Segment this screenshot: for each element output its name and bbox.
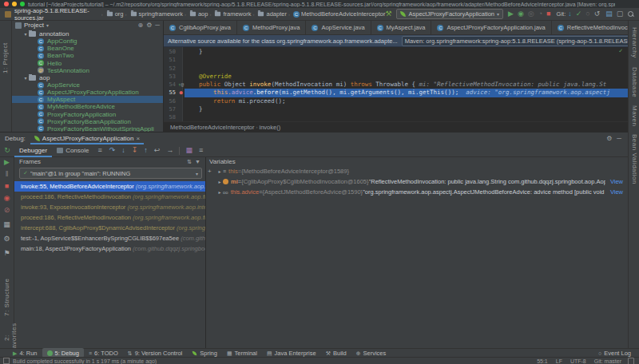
add-watch-icon[interactable]: +: [208, 168, 212, 175]
project-structure-icon[interactable]: ▤: [605, 10, 613, 18]
drop-frame-icon[interactable]: ↩: [154, 147, 161, 154]
close-window-button[interactable]: [4, 2, 9, 6]
background-tasks-icon[interactable]: [3, 358, 10, 364]
caret-position[interactable]: 55:1: [537, 358, 548, 364]
layout-settings-icon[interactable]: ≡: [98, 147, 102, 154]
restore-layout-icon[interactable]: ▢: [617, 10, 624, 18]
breadcrumb-method[interactable]: invoke(): [259, 124, 280, 131]
variable-row-this[interactable]: ▸ ≡ this = {MethodBeforeAdviceIntercepto…: [213, 166, 628, 176]
minimize-window-button[interactable]: [12, 2, 17, 6]
step-into-icon[interactable]: ↓: [121, 147, 125, 154]
readonly-lock-icon[interactable]: [628, 358, 634, 364]
run-to-cursor-icon[interactable]: →: [166, 147, 173, 154]
tool-tab-hierarchy[interactable]: Hierarchy: [631, 27, 638, 64]
tab-methodproxy[interactable]: CMethodProxy.java: [237, 21, 306, 35]
tool-tab-bean-validation[interactable]: Bean Validation: [631, 134, 638, 185]
tab-reflectivemethodinvocation[interactable]: CReflectiveMethodInvocation.java: [552, 21, 639, 35]
settings-icon[interactable]: ⚙: [606, 135, 612, 142]
filter-frames-icon[interactable]: ▼: [195, 158, 200, 165]
thread-dump-icon[interactable]: ▦: [0, 221, 14, 228]
pin-tab-icon[interactable]: ⚑: [0, 250, 14, 257]
tree-node-mymethodbeforeadvice[interactable]: C MyMethodBeforeAdvice: [12, 103, 163, 110]
rollback-icon[interactable]: ↺: [594, 10, 601, 18]
step-over-icon[interactable]: ↷: [109, 147, 116, 154]
tab-cglibaopproxy[interactable]: CCglibAopProxy.java: [164, 21, 237, 35]
expand-icon[interactable]: ▸: [216, 189, 223, 195]
tree-node-beanone[interactable]: C BeanOne: [12, 45, 163, 52]
hide-panel-icon[interactable]: ─: [155, 22, 160, 29]
close-session-icon[interactable]: ×: [137, 135, 141, 142]
tree-node-myaspect-selected[interactable]: C MyAspect: [12, 96, 163, 103]
more-options-icon[interactable]: ≡: [199, 147, 203, 154]
sort-frames-icon[interactable]: ⇅: [187, 158, 192, 165]
project-panel-title[interactable]: Project: [24, 22, 44, 29]
breadcrumb-jar[interactable]: spring-aop-5.1.8.RELEASE-sources.jar: [14, 7, 100, 22]
history-icon[interactable]: ○: [585, 10, 589, 18]
tab-debugger[interactable]: Debugger: [14, 144, 52, 157]
coverage-button[interactable]: ◎: [528, 10, 534, 18]
pause-program-icon[interactable]: ‖: [0, 171, 14, 178]
git-branch[interactable]: Git: master: [594, 358, 621, 364]
hide-panel-icon[interactable]: ─: [617, 135, 621, 142]
git-update-icon[interactable]: ↓: [568, 10, 572, 18]
breadcrumb-adapter[interactable]: adapter: [266, 10, 286, 18]
tab-aopservice[interactable]: CAopService.java: [306, 21, 371, 35]
stop-process-icon[interactable]: ■: [0, 183, 14, 190]
debug-settings-icon[interactable]: ⚙: [0, 235, 14, 243]
tree-node-aop[interactable]: ▾ aop: [12, 74, 163, 81]
expand-icon[interactable]: ▸: [216, 179, 223, 184]
mute-breakpoints-icon[interactable]: ⊘: [0, 207, 14, 214]
view-value-link[interactable]: View: [610, 178, 623, 185]
variable-row-this-advice[interactable]: ▸ oo this.advice = {AspectJMethodBeforeA…: [213, 187, 628, 197]
tab-console[interactable]: Console: [52, 144, 93, 157]
breadcrumb-springframework[interactable]: springframework: [139, 10, 183, 18]
breadcrumb-class[interactable]: MethodBeforeAdviceInterceptor: [170, 124, 254, 131]
tab-myaspect[interactable]: CMyAspect.java: [371, 21, 432, 35]
tool-tab-project[interactable]: 1: Project: [2, 26, 9, 73]
run-configuration-select[interactable]: AspectJProxyFactoryApplication ▾: [396, 9, 503, 19]
tree-node-proxyfactoryapplication[interactable]: C ProxyFactoryApplication: [12, 111, 163, 118]
frame-row-selected[interactable]: invoke:55, MethodBeforeAdviceInterceptor…: [14, 181, 205, 192]
tree-node-testannotation[interactable]: @ TestAnnotation: [12, 67, 163, 74]
breadcrumb-class[interactable]: MethodBeforeAdviceInterceptor: [301, 10, 385, 18]
debug-session-tab[interactable]: AspectJProxyFactoryApplication ×: [30, 133, 144, 144]
tool-tab-maven[interactable]: Maven: [631, 105, 638, 131]
frame-row[interactable]: main:18, AspectJProxyFactoryApplication …: [14, 243, 205, 254]
profiler-button[interactable]: ◔: [538, 10, 542, 18]
stop-button[interactable]: ■: [546, 10, 550, 18]
chevron-down-icon[interactable]: ▾: [46, 22, 49, 28]
thread-selector[interactable]: ✓ "main"@1 in group "main": RUNNING ▾: [19, 168, 202, 179]
code-editor[interactable]: ✓ 50 } 51 52 53 @Override 54 ↑@ public O…: [164, 47, 628, 121]
expand-icon[interactable]: ▸: [216, 168, 223, 174]
resume-program-icon[interactable]: ▶: [0, 159, 14, 166]
variable-row-mi[interactable]: ▸ mi = {CglibAopProxy$CglibMethodInvocat…: [213, 176, 628, 187]
tree-node-proxyfactorybeanapplication[interactable]: C ProxyFactoryBeanApplication: [12, 118, 163, 125]
run-button[interactable]: ▶: [508, 10, 514, 18]
frame-row[interactable]: test:-1, AopService$$EnhancerBySpringCGL…: [14, 233, 205, 243]
chevron-down-icon[interactable]: ▾: [22, 31, 29, 37]
tree-node-hello[interactable]: C Hello: [12, 60, 163, 67]
tool-tab-database[interactable]: Database: [631, 67, 638, 102]
evaluate-expression-icon[interactable]: ▦: [185, 147, 192, 154]
locate-file-icon[interactable]: ⊕: [137, 22, 143, 29]
rerun-icon[interactable]: ↻: [0, 147, 14, 154]
git-commit-icon[interactable]: ✓: [576, 10, 582, 18]
breadcrumb-aop[interactable]: aop: [198, 10, 208, 18]
frame-row[interactable]: intercept:688, CglibAopProxy$DynamicAdvi…: [14, 223, 205, 233]
zoom-window-button[interactable]: [20, 2, 25, 6]
view-breakpoints-icon[interactable]: ◉: [0, 195, 14, 202]
breadcrumb-org[interactable]: org: [115, 10, 124, 18]
tree-node-beantwo[interactable]: C BeanTwo: [12, 52, 163, 59]
tree-node-appconfig[interactable]: C AppConfig: [12, 38, 163, 45]
tree-node-aspectjproxyfactoryapplication[interactable]: C AspectJProxyFactoryApplication: [12, 89, 163, 96]
search-everywhere-icon[interactable]: [628, 11, 633, 17]
tree-node-aopservice[interactable]: C AopService: [12, 81, 163, 89]
frame-row[interactable]: proceed:186, ReflectiveMethodInvocation …: [14, 212, 205, 223]
frame-row[interactable]: proceed:186, ReflectiveMethodInvocation …: [14, 192, 205, 202]
file-encoding[interactable]: UTF-8: [570, 358, 586, 364]
view-value-link[interactable]: View: [610, 188, 623, 196]
force-step-into-icon[interactable]: ↧: [132, 147, 138, 154]
source-jar-select[interactable]: Maven: org.springframework:spring-aop:5.…: [402, 36, 639, 46]
tool-tab-structure[interactable]: 7: Structure: [3, 277, 10, 317]
settings-icon[interactable]: ⚙: [146, 22, 152, 29]
